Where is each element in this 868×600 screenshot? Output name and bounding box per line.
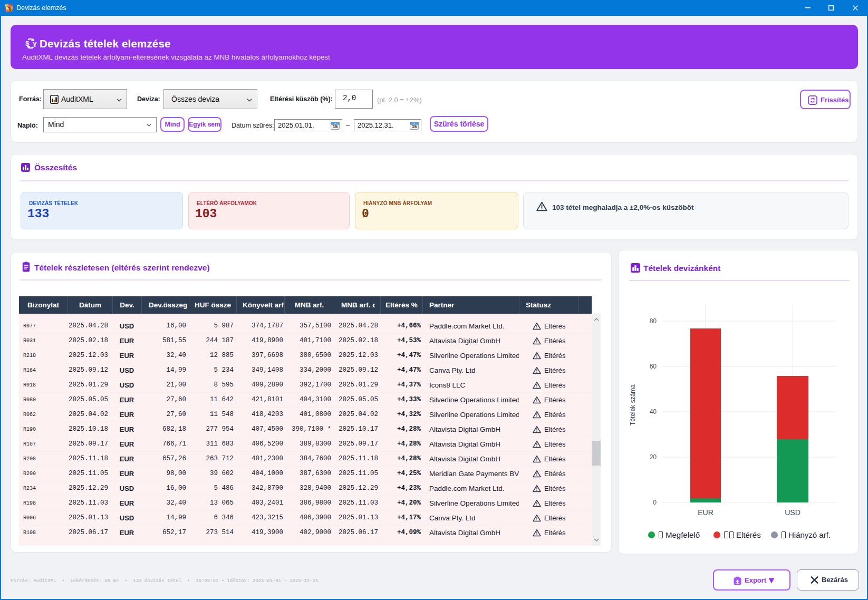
svg-text:0: 0: [653, 499, 657, 506]
svg-text:EUR: EUR: [698, 508, 713, 517]
svg-text:40: 40: [650, 408, 657, 415]
svg-text:Tételek száma: Tételek száma: [629, 384, 636, 425]
svg-text:15: 15: [412, 124, 417, 129]
svg-text:USD: USD: [785, 508, 801, 517]
svg-text:$: $: [25, 40, 30, 47]
svg-text:20: 20: [650, 453, 657, 461]
svg-text:60: 60: [650, 363, 657, 370]
svg-text:¥: ¥: [33, 41, 37, 49]
svg-text:15: 15: [333, 124, 338, 129]
svg-text:80: 80: [650, 317, 657, 325]
